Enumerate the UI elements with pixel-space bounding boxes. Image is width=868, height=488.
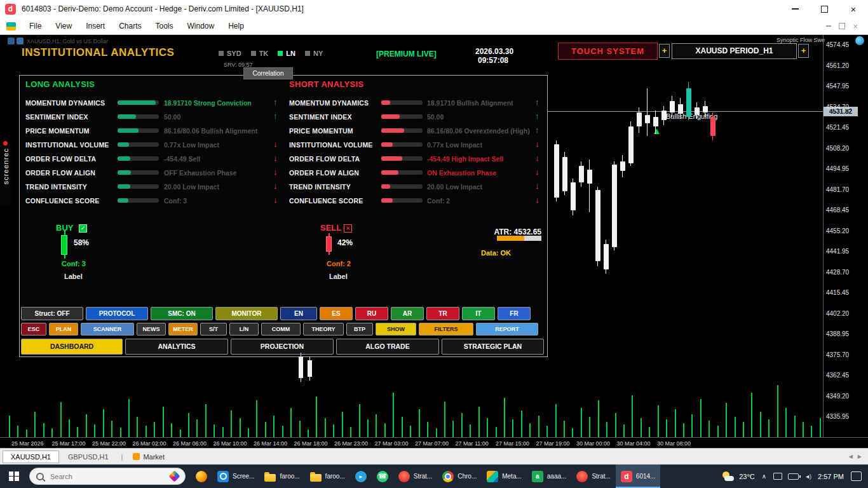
- chart-tab-gbpusd-h1[interactable]: GBPUSD,H1: [60, 451, 116, 463]
- menu-tools[interactable]: Tools: [149, 22, 180, 30]
- mdi-restore-icon[interactable]: [839, 23, 845, 29]
- taskbar-app-whatsapp[interactable]: ☎: [372, 464, 393, 488]
- taskbar-app-scree[interactable]: Scree...: [212, 464, 259, 488]
- start-button[interactable]: [0, 464, 28, 488]
- es-button[interactable]: ES: [320, 307, 353, 320]
- volume-bar: [709, 421, 710, 437]
- show-button[interactable]: SHOW: [376, 323, 416, 336]
- menu-view[interactable]: View: [48, 22, 79, 30]
- speaker-icon[interactable]: ◄): [804, 473, 811, 480]
- s-t-button[interactable]: S/T: [200, 323, 227, 336]
- volume-bar: [402, 417, 403, 437]
- sell-checkbox[interactable]: ✕: [344, 224, 352, 233]
- fr-button[interactable]: FR: [498, 307, 531, 320]
- taskbar-app-faroo[interactable]: faroo...: [305, 464, 350, 488]
- menu-bar: FileViewInsertChartsToolsWindowHelp ×: [0, 18, 868, 35]
- projection-button[interactable]: PROJECTION: [231, 339, 334, 355]
- period-plus-button[interactable]: +: [798, 44, 809, 58]
- short-metric-label: SENTIMENT INDEX: [289, 110, 379, 124]
- copilot-icon[interactable]: [168, 470, 180, 482]
- monitor-button[interactable]: MONITOR: [215, 307, 278, 320]
- touch-system-plus-button[interactable]: +: [659, 44, 670, 58]
- ru-button[interactable]: RU: [355, 307, 388, 320]
- menu-help[interactable]: Help: [221, 22, 251, 30]
- deriv-icon: d: [621, 471, 632, 482]
- meter-button[interactable]: METER: [168, 323, 198, 336]
- volume-bar: [26, 430, 27, 437]
- plan-button[interactable]: PLAN: [49, 323, 78, 336]
- algo-trade-button[interactable]: ALGO TRADE: [336, 339, 439, 355]
- maximize-button[interactable]: [810, 0, 839, 18]
- smc-on-button[interactable]: SMC: ON: [151, 307, 213, 320]
- tab-market[interactable]: Market: [143, 453, 165, 461]
- l-n-button[interactable]: L/N: [229, 323, 259, 336]
- display-tray-icon[interactable]: [773, 473, 782, 480]
- minimize-button[interactable]: [780, 0, 810, 18]
- candlestick: [604, 244, 609, 269]
- taskbar-app-telegram[interactable]: ▸: [350, 464, 372, 488]
- notification-center-icon[interactable]: [851, 471, 862, 481]
- comm-button[interactable]: COMM: [261, 323, 301, 336]
- volume-bar: [623, 424, 625, 437]
- close-button[interactable]: ×: [839, 0, 868, 18]
- buy-checkbox[interactable]: ✓: [79, 224, 87, 233]
- taskbar-app-chro[interactable]: Chro...: [437, 464, 482, 488]
- tray-expand-icon[interactable]: ∧: [762, 473, 766, 480]
- tab-scroll-right-icon[interactable]: ▶: [858, 454, 862, 459]
- bar-fill: [381, 198, 393, 203]
- struct-off-button[interactable]: Struct: OFF: [21, 307, 83, 320]
- candlestick: [595, 190, 600, 261]
- menu-window[interactable]: Window: [180, 22, 222, 30]
- btp-button[interactable]: BTP: [346, 323, 373, 336]
- tab-scroll-left-icon[interactable]: ◀: [849, 454, 853, 459]
- taskbar-app-6014[interactable]: d6014...: [616, 464, 661, 488]
- esc-button[interactable]: ESC: [21, 323, 46, 336]
- filters-button[interactable]: FILTERS: [419, 323, 473, 336]
- bar-fill: [118, 156, 130, 161]
- taskbar-clock[interactable]: 2:57 PM: [818, 473, 844, 480]
- battery-icon[interactable]: [788, 473, 799, 480]
- taskbar-app-strat[interactable]: Strat...: [571, 464, 615, 488]
- taskbar-app-faroo[interactable]: faroo...: [259, 464, 304, 488]
- tr-button[interactable]: TR: [426, 307, 459, 320]
- menu-charts[interactable]: Charts: [112, 22, 148, 30]
- taskbar-app-meta[interactable]: Meta...: [482, 464, 527, 488]
- it-button[interactable]: IT: [462, 307, 495, 320]
- price-axis-label: 4468.45: [826, 207, 864, 214]
- analytics-button[interactable]: ANALYTICS: [125, 339, 228, 355]
- mdi-close-icon[interactable]: ×: [853, 22, 858, 31]
- long-metric-value: 0.77x Low Impact: [164, 138, 273, 152]
- news-button[interactable]: NEWS: [137, 323, 166, 336]
- time-axis-label: 27 Mar 15:00: [496, 440, 535, 448]
- protocol-button[interactable]: PROTOCOL: [86, 307, 148, 320]
- report-button[interactable]: REPORT: [476, 323, 538, 336]
- taskbar-app-aaaa[interactable]: aaaaa...: [527, 464, 572, 488]
- chart-window-icon[interactable]: [17, 37, 24, 44]
- screenrec-overlay[interactable]: screenrec: [0, 138, 11, 207]
- candlestick: [628, 126, 634, 163]
- en-button[interactable]: EN: [280, 307, 317, 320]
- menu-file[interactable]: File: [22, 22, 48, 30]
- short-metric-label: CONFLUENCE SCORE: [289, 194, 379, 208]
- short-metric-bar: [381, 156, 423, 161]
- touch-system-button[interactable]: TOUCH SYSTEM: [558, 43, 658, 60]
- tab-scroll-arrows[interactable]: ◀ ▶: [849, 454, 862, 459]
- short-metric-arrow-icon: ↑: [535, 125, 543, 137]
- ar-button[interactable]: AR: [391, 307, 424, 320]
- menu-insert[interactable]: Insert: [79, 22, 112, 30]
- weather-widget[interactable]: 23°C: [721, 471, 755, 482]
- taskbar-app-firefox[interactable]: [191, 464, 212, 488]
- theory-button[interactable]: THEORY: [303, 323, 344, 336]
- scanner-button[interactable]: SCANNER: [81, 323, 134, 336]
- symbol-period-button[interactable]: XAUUSD PERIOD_H1: [672, 43, 797, 59]
- taskbar-app-strat[interactable]: Strat...: [393, 464, 437, 488]
- chart-list-icon[interactable]: [8, 37, 15, 44]
- mdi-minimize-icon[interactable]: [826, 25, 831, 27]
- dashboard-button[interactable]: DASHBOARD: [21, 339, 123, 355]
- strategic-plan-button[interactable]: STRATEGIC PLAN: [442, 339, 544, 355]
- short-metric-label: PRICE MOMENTUM: [289, 124, 379, 138]
- long-metric-arrow-icon: ↓: [273, 139, 281, 151]
- search-input[interactable]: [49, 472, 170, 481]
- taskbar-search[interactable]: [29, 468, 186, 485]
- chart-tab-xauusd-h1[interactable]: XAUUSD,H1: [3, 451, 59, 463]
